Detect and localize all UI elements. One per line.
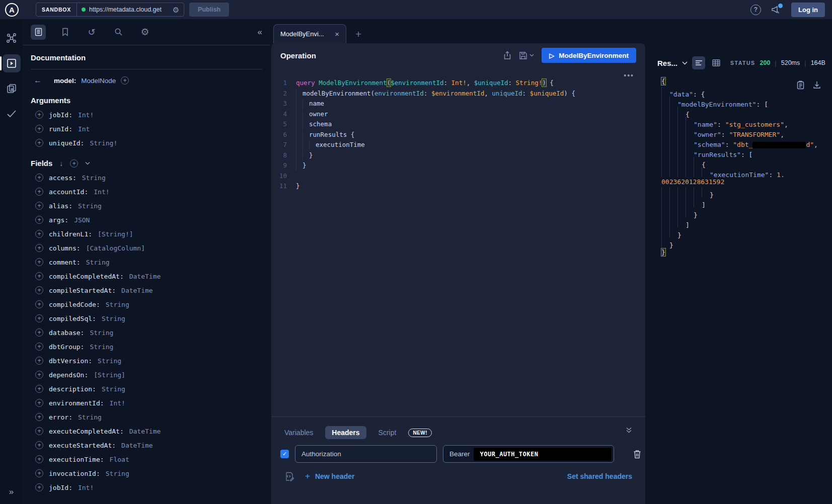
field-row[interactable]: +error:String [31, 410, 262, 424]
field-row[interactable]: +columns:[CatalogColumn] [31, 241, 262, 255]
table-view-toggle-icon[interactable] [710, 56, 723, 69]
field-type-link[interactable]: String! [90, 139, 117, 147]
environment-variables-icon[interactable] [285, 472, 294, 481]
response-dropdown-icon[interactable] [682, 61, 688, 65]
chevron-down-icon[interactable] [85, 161, 90, 165]
field-type-link[interactable]: String [82, 174, 106, 182]
close-tab-icon[interactable]: × [335, 30, 339, 38]
add-to-query-icon[interactable]: + [35, 314, 43, 322]
field-row[interactable]: +compileStartedAt:DateTime [31, 283, 262, 297]
field-row[interactable]: +access:String [31, 171, 262, 185]
delete-header-icon[interactable] [633, 450, 641, 459]
add-to-query-icon[interactable]: + [35, 328, 43, 337]
new-tab-button[interactable]: + [355, 29, 361, 39]
share-operation-icon[interactable] [503, 51, 511, 60]
field-type-link[interactable]: String [102, 385, 125, 393]
field-row[interactable]: +database:String [31, 325, 262, 340]
breadcrumb-type-link[interactable]: ModelNode [81, 77, 116, 85]
rail-schema-graph-icon[interactable] [3, 29, 21, 47]
add-to-query-icon[interactable]: + [35, 300, 43, 308]
field-row[interactable]: +executeCompletedAt:DateTime [31, 424, 262, 438]
field-type-link[interactable]: String [86, 259, 110, 266]
history-icon[interactable]: ↺ [84, 25, 99, 40]
field-type-link[interactable]: DateTime [129, 428, 161, 435]
add-to-query-icon[interactable]: + [35, 441, 43, 449]
add-to-query-icon[interactable]: + [35, 230, 43, 238]
collapse-panel-icon[interactable]: « [258, 27, 262, 37]
field-type-link[interactable]: Float [110, 456, 129, 463]
argument-row[interactable]: +runId:Int [31, 122, 262, 136]
apollo-logo[interactable]: A [5, 3, 19, 17]
add-to-query-icon[interactable]: + [35, 202, 43, 210]
add-to-query-icon[interactable]: + [35, 286, 43, 294]
field-row[interactable]: +dependsOn:[String] [31, 368, 262, 382]
add-to-query-icon[interactable]: + [35, 258, 43, 266]
field-row[interactable]: +comment:String [31, 255, 262, 269]
add-to-query-icon[interactable]: + [35, 357, 43, 365]
field-row[interactable]: +accountId:Int! [31, 185, 262, 199]
field-type-link[interactable]: Int! [78, 111, 94, 119]
field-type-link[interactable]: Int [78, 125, 90, 133]
field-type-link[interactable]: [CatalogColumn] [86, 244, 145, 252]
add-to-query-icon[interactable]: + [35, 483, 43, 491]
field-type-link[interactable]: String [90, 329, 113, 337]
field-row[interactable]: +dbtGroup:String [31, 340, 262, 354]
endpoint-settings-icon[interactable]: ⚙ [173, 6, 179, 14]
set-shared-headers-link[interactable]: Set shared headers [567, 472, 632, 480]
field-row[interactable]: +executeStartedAt:DateTime [31, 438, 262, 452]
field-type-link[interactable]: [String!] [98, 230, 133, 238]
endpoint-url-text[interactable]: https://metadata.cloud.get [89, 6, 169, 13]
add-fields-icon[interactable]: + [70, 159, 78, 167]
field-type-link[interactable]: DateTime [121, 442, 153, 449]
field-type-link[interactable]: DateTime [129, 273, 161, 280]
field-row[interactable]: +args:JSON [31, 213, 262, 227]
publish-button[interactable]: Publish [189, 3, 229, 17]
field-type-link[interactable]: String [78, 202, 102, 210]
rail-operation-collections-icon[interactable] [3, 79, 21, 98]
add-to-query-icon[interactable]: + [35, 455, 43, 463]
add-to-query-icon[interactable]: + [35, 413, 43, 421]
rail-explorer-icon[interactable] [3, 54, 21, 72]
endpoint-url-input[interactable]: https://metadata.cloud.get ⚙ [77, 3, 184, 16]
field-type-link[interactable]: Int! [78, 484, 94, 491]
add-all-fields-icon[interactable]: + [121, 76, 129, 85]
field-row[interactable]: +executionTime:Float [31, 452, 262, 466]
query-editor[interactable]: 1query ModelByEnvironment($environmentId… [271, 67, 645, 416]
bookmarks-icon[interactable] [57, 25, 72, 40]
new-header-button[interactable]: + New header [305, 471, 355, 481]
announcements-button[interactable] [771, 5, 781, 14]
field-row[interactable]: +dbtVersion:String [31, 354, 262, 368]
request-tab-headers[interactable]: Headers [325, 426, 366, 439]
field-type-link[interactable]: String [78, 413, 102, 421]
add-to-query-icon[interactable]: + [35, 174, 43, 182]
header-value-input[interactable]: Bearer YOUR_AUTH_TOKEN [443, 445, 614, 463]
add-to-query-icon[interactable]: + [35, 244, 43, 252]
field-type-link[interactable]: JSON [74, 216, 90, 224]
field-type-link[interactable]: DateTime [121, 287, 153, 294]
back-arrow-icon[interactable]: ← [31, 76, 45, 85]
argument-row[interactable]: +uniqueId:String! [31, 136, 262, 150]
add-to-query-icon[interactable]: + [35, 399, 43, 407]
field-row[interactable]: +invocationId:String [31, 466, 262, 480]
add-to-query-icon[interactable]: + [35, 427, 43, 435]
login-button[interactable]: Log in [791, 3, 825, 17]
search-icon[interactable] [111, 25, 126, 40]
add-to-query-icon[interactable]: + [35, 111, 43, 119]
add-to-query-icon[interactable]: + [35, 188, 43, 196]
download-response-icon[interactable] [813, 80, 821, 89]
field-row[interactable]: +compileCompletedAt:DateTime [31, 269, 262, 283]
argument-row[interactable]: +jobId:Int! [31, 108, 262, 122]
run-operation-button[interactable]: ▷ ModelByEnvironment [542, 48, 636, 63]
field-type-link[interactable]: Int! [94, 188, 109, 196]
add-to-query-icon[interactable]: + [35, 385, 43, 393]
help-icon[interactable]: ? [750, 5, 761, 15]
field-row[interactable]: +description:String [31, 382, 262, 396]
field-row[interactable]: +childrenL1:[String!] [31, 227, 262, 241]
field-row[interactable]: +compiledSql:String [31, 311, 262, 325]
header-enabled-checkbox[interactable]: ✓ [280, 450, 289, 458]
field-type-link[interactable]: Int! [110, 399, 125, 407]
request-tab-script[interactable]: Script [373, 426, 402, 439]
rail-expand-icon[interactable]: » [0, 487, 23, 497]
add-to-query-icon[interactable]: + [35, 139, 43, 147]
copy-response-icon[interactable] [797, 80, 804, 90]
